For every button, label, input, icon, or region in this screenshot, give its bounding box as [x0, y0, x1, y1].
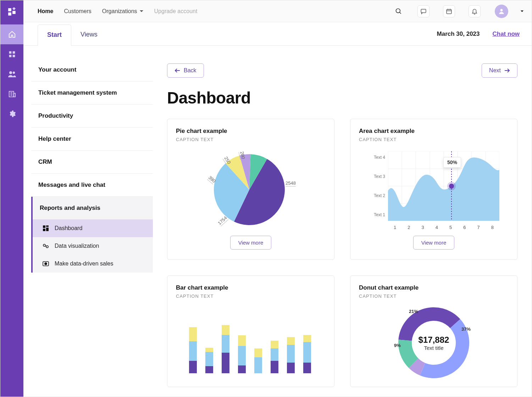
tab-start[interactable]: Start: [38, 24, 71, 46]
card-bar-title: Bar chart example: [176, 284, 326, 291]
pie-view-more[interactable]: View more: [230, 236, 272, 250]
settings-item-messages[interactable]: Messages and live chat: [31, 174, 153, 197]
arrow-left-icon: [174, 68, 180, 73]
svg-rect-24: [46, 225, 49, 227]
nav-organizations[interactable]: Organizations: [102, 8, 144, 15]
rail-apps[interactable]: [0, 44, 23, 64]
tab-views[interactable]: Views: [71, 24, 107, 45]
next-label: Next: [489, 67, 501, 74]
svg-point-15: [396, 9, 400, 13]
subitem-dataviz[interactable]: Data visualization: [33, 237, 153, 255]
pie-label-280: 280: [239, 151, 246, 160]
nav-customers[interactable]: Customers: [64, 8, 91, 15]
topbar: Home Customers Organizations Upgrade acc…: [23, 0, 532, 22]
svg-rect-18: [447, 9, 451, 13]
avatar-caret-icon[interactable]: [520, 10, 524, 13]
svg-point-30: [45, 263, 47, 265]
pie-label-2548: 2548: [286, 180, 296, 186]
area-ylabel-0: Text 4: [368, 155, 385, 160]
nav-organizations-label: Organizations: [102, 8, 137, 15]
header-date: March 30, 2023: [437, 30, 480, 38]
card-donut-caption: CAPTION TEXT: [359, 293, 509, 299]
svg-rect-3: [12, 7, 15, 10]
area-view-more[interactable]: View more: [413, 236, 455, 250]
area-tooltip: 50%: [443, 157, 461, 168]
svg-point-44: [447, 182, 456, 190]
pie-chart: [214, 154, 285, 225]
card-bar-caption: CAPTION TEXT: [176, 293, 326, 299]
area-ylabel-2: Text 2: [368, 193, 385, 198]
bar-chart: [187, 306, 315, 373]
subitem-dataviz-label: Data visualization: [55, 243, 99, 249]
next-button[interactable]: Next: [482, 63, 517, 78]
svg-rect-26: [46, 228, 49, 231]
nav-home[interactable]: Home: [38, 8, 53, 15]
page-title: Dashboard: [167, 88, 517, 107]
svg-rect-5: [12, 51, 15, 54]
rail-org[interactable]: [0, 84, 23, 104]
sidebar-rail: [0, 0, 23, 397]
svg-rect-6: [9, 55, 11, 57]
svg-point-8: [9, 71, 12, 74]
svg-point-28: [46, 246, 48, 248]
bell-icon[interactable]: [469, 5, 481, 17]
svg-rect-4: [9, 51, 11, 54]
search-icon[interactable]: [393, 8, 404, 15]
donut-pct-big: 37%: [461, 326, 471, 332]
svg-rect-25: [43, 229, 45, 231]
settings-item-account[interactable]: Your account: [31, 58, 153, 82]
card-donut-title: Donut chart example: [359, 284, 509, 291]
card-pie-caption: CAPTION TEXT: [176, 137, 326, 142]
svg-rect-23: [43, 225, 45, 228]
chevron-down-icon: [139, 10, 144, 13]
back-label: Back: [184, 67, 196, 74]
card-donut: Donut chart example CAPTION TEXT: [350, 275, 517, 387]
card-area-caption: CAPTION TEXT: [359, 137, 509, 142]
settings-item-help[interactable]: Help center: [31, 128, 153, 151]
settings-item-productivity[interactable]: Productivity: [31, 105, 153, 128]
donut-pct-purple: 9%: [394, 343, 401, 348]
svg-point-22: [500, 9, 503, 11]
subitem-dashboard[interactable]: Dashboard: [33, 219, 153, 237]
sales-icon: [43, 261, 49, 267]
calendar-icon[interactable]: [443, 5, 455, 17]
nav-upgrade[interactable]: Upgrade account: [154, 8, 198, 15]
card-pie: Pie chart example CAPTION TEXT: [167, 119, 334, 260]
donut-center-value: $17,882: [419, 335, 449, 345]
donut-center-label: Text title: [419, 345, 449, 351]
donut-pct-green: 21%: [409, 309, 418, 314]
rail-settings[interactable]: [0, 104, 23, 124]
area-ylabel-3: Text 1: [368, 212, 385, 217]
card-pie-title: Pie chart example: [176, 128, 326, 135]
card-bar: Bar chart example CAPTION TEXT: [167, 275, 334, 387]
subtab-bar: Start Views March 30, 2023 Chat now: [23, 22, 532, 46]
subitem-sales[interactable]: Make data-driven sales: [33, 255, 153, 273]
card-area: Area chart example CAPTION TEXT Text 4 T…: [350, 119, 517, 260]
back-button[interactable]: Back: [167, 63, 204, 78]
rail-users[interactable]: [0, 64, 23, 84]
svg-line-16: [400, 12, 401, 13]
settings-item-crm[interactable]: CRM: [31, 151, 153, 174]
area-xaxis: 1 2 3 4 5 6 7 8: [388, 225, 499, 230]
dashboard-icon: [43, 225, 49, 231]
card-area-title: Area chart example: [359, 128, 509, 135]
svg-point-9: [12, 72, 15, 74]
svg-rect-7: [12, 55, 15, 57]
subitem-sales-label: Make data-driven sales: [55, 261, 113, 267]
avatar[interactable]: [495, 5, 508, 18]
svg-rect-2: [12, 11, 16, 14]
dashboard-body: Back Next Dashboard Pie chart example CA…: [153, 46, 532, 397]
settings-item-reports[interactable]: Reports and analysis: [33, 197, 153, 219]
chat-icon[interactable]: [417, 5, 430, 17]
chat-now-link[interactable]: Chat now: [493, 30, 520, 38]
dataviz-icon: [43, 243, 49, 249]
svg-rect-11: [13, 93, 15, 97]
svg-rect-1: [8, 12, 11, 16]
settings-panel: Your account Ticket management system Pr…: [23, 46, 153, 397]
svg-rect-17: [421, 9, 426, 13]
app-logo-icon: [5, 5, 19, 19]
subitem-dashboard-label: Dashboard: [55, 225, 82, 231]
rail-home[interactable]: [0, 24, 23, 44]
settings-item-ticket[interactable]: Ticket management system: [31, 82, 153, 105]
area-ylabel-1: Text 3: [368, 174, 385, 179]
